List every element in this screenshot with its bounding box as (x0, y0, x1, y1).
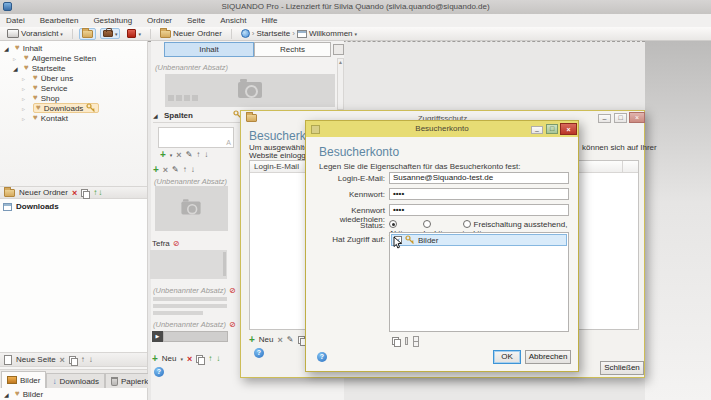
style-tool-button[interactable]: ▾ (124, 27, 144, 40)
block-scrollbar[interactable] (223, 252, 226, 276)
select-column-icon[interactable] (405, 337, 408, 345)
chevron-down-icon[interactable]: ▾ (170, 152, 173, 158)
delete-icon[interactable]: × (176, 151, 181, 159)
play-icon[interactable]: ▶ (152, 331, 163, 342)
add-icon[interactable]: + (152, 355, 158, 363)
folder-list-item[interactable]: Downloads (3, 202, 147, 211)
tree-item-ueber-uns[interactable]: ▹ ♥ Über uns (0, 73, 147, 83)
delete-icon[interactable]: × (163, 166, 168, 174)
paragraph-block-label[interactable]: (Unbenannter Absatz) ⊘ (153, 286, 236, 295)
tree-item-inhalt[interactable]: ◢ ♥ Inhalt (0, 43, 147, 53)
new-page-label[interactable]: Neue Seite (16, 355, 56, 364)
move-page-down-icon[interactable]: ↓ (89, 356, 93, 364)
add-icon[interactable]: + (160, 151, 166, 159)
expander-icon[interactable]: ◢ (13, 65, 21, 72)
move-down-icon[interactable]: ↓ (216, 355, 220, 363)
image-placeholder-block[interactable] (165, 74, 335, 107)
new-page-icon[interactable] (4, 355, 12, 365)
close-dialog-button[interactable]: Schließen (600, 361, 644, 375)
move-down-icon[interactable]: ↓ (98, 189, 102, 197)
tree-item-kontakt[interactable]: ▹ ♥ Kontakt (0, 113, 147, 123)
folder-tool-button[interactable] (79, 28, 96, 40)
menu-ordner[interactable]: Ordner (147, 16, 172, 25)
help-icon[interactable]: ? (154, 367, 164, 377)
delete-page-icon[interactable]: × (60, 356, 65, 364)
menu-ansicht[interactable]: Ansicht (220, 16, 246, 25)
table-header-login[interactable]: Login-E-Mail (254, 162, 299, 171)
expander-icon[interactable]: ◢ (4, 45, 12, 52)
editor-scrollbar[interactable]: ▲ (337, 58, 344, 110)
tab-bilder[interactable]: Bilder (1, 371, 46, 388)
move-page-up-icon[interactable]: ↑ (81, 356, 85, 364)
edit-icon[interactable]: ✎ (172, 166, 179, 174)
access-list-item-bilder[interactable]: ✓ Bilder (391, 234, 567, 246)
tree-item-shop[interactable]: ▹ ♥ Shop (0, 93, 147, 103)
close-button[interactable]: × (560, 123, 577, 135)
media-player-block[interactable]: ▶ (152, 331, 228, 342)
move-up-icon[interactable]: ↑ (196, 151, 200, 159)
add-account-icon[interactable]: + (249, 336, 255, 344)
scroll-up-icon[interactable]: ▲ (338, 59, 343, 65)
project-tool-button[interactable]: ▾ (100, 28, 121, 39)
breadcrumb-page[interactable]: Willkommen (309, 29, 353, 38)
tree-item-service[interactable]: ▹ ♥ Service (0, 83, 147, 93)
close-button[interactable]: × (629, 112, 645, 123)
access-list[interactable]: ✓ Bilder (389, 232, 569, 332)
preview-button[interactable]: Voransicht ▾ (4, 27, 66, 40)
ok-button[interactable]: OK (493, 350, 521, 364)
add-icon[interactable]: + (153, 166, 159, 174)
tree-item-downloads[interactable]: ▹ ♥ Downloads (0, 103, 147, 113)
new-block-label[interactable]: Neu (162, 354, 177, 363)
expander-icon[interactable]: ▹ (22, 105, 30, 112)
move-up-icon[interactable]: ↑ (93, 189, 97, 197)
delete-account-icon[interactable]: × (278, 336, 283, 344)
expander-icon[interactable]: ▹ (22, 115, 30, 122)
tefra-block-label[interactable]: Tefra ⊘ (152, 239, 180, 248)
expander-icon[interactable]: ◢ (153, 112, 161, 119)
chevron-down-icon[interactable]: ▾ (181, 356, 184, 362)
breadcrumb-home[interactable]: Startseite (257, 29, 291, 38)
tab-downloads[interactable]: ↓ Downloads (46, 373, 105, 388)
edit-account-icon[interactable]: ✎ (287, 336, 294, 344)
content-block[interactable] (150, 250, 227, 279)
cancel-button[interactable]: Abbrechen (525, 350, 571, 364)
duplicate-page-icon[interactable] (69, 356, 77, 364)
tab-inhalt[interactable]: Inhalt (164, 42, 254, 57)
menu-seite[interactable]: Seite (187, 16, 205, 25)
expander-icon[interactable]: ▹ (22, 95, 30, 102)
duplicate-icon[interactable] (196, 355, 204, 363)
delete-folder-icon[interactable]: × (72, 189, 77, 197)
minimize-button[interactable]: – (598, 114, 611, 123)
text-block[interactable]: A (158, 127, 234, 148)
login-email-field[interactable]: Susanne@Siquando-test.de (389, 172, 569, 184)
expander-icon[interactable]: ▹ (22, 75, 30, 82)
minimize-button[interactable]: – (531, 126, 543, 134)
maximize-button[interactable]: □ (546, 124, 558, 134)
expander-icon[interactable]: ▹ (22, 85, 30, 92)
add-account-label[interactable]: Neu (259, 335, 274, 344)
move-down-icon[interactable]: ↓ (204, 151, 208, 159)
maximize-button[interactable]: □ (614, 113, 627, 123)
expander-icon[interactable]: ▹ (13, 55, 21, 62)
image-placeholder-block[interactable] (155, 186, 228, 231)
column-divider[interactable] (622, 161, 623, 173)
password-field[interactable]: •••• (389, 188, 569, 200)
menu-datei[interactable]: Datei (6, 16, 25, 25)
menu-gestaltung[interactable]: Gestaltung (93, 16, 132, 25)
paragraph-block-label[interactable]: (Unbenannter Absatz) ⊘ (153, 320, 236, 329)
help-icon[interactable]: ? (317, 352, 327, 362)
password-repeat-field[interactable]: •••• (389, 204, 569, 216)
help-icon[interactable]: ? (254, 348, 264, 358)
tab-rechts[interactable]: Rechts (254, 42, 331, 57)
new-folder-button[interactable]: Neuer Ordner (157, 27, 225, 40)
new-folder-icon[interactable] (4, 189, 15, 197)
edit-icon[interactable]: ✎ (186, 151, 193, 159)
menu-hilfe[interactable]: Hilfe (261, 16, 277, 25)
layout-panel-icon[interactable] (333, 44, 344, 55)
move-up-icon[interactable]: ↑ (183, 166, 187, 174)
select-all-icon[interactable] (413, 336, 417, 345)
menu-bearbeiten[interactable]: Bearbeiten (40, 16, 79, 25)
tree-item-startseite[interactable]: ◢ ♥ Startseite (0, 63, 147, 73)
expander-icon[interactable]: ◢ (4, 391, 12, 398)
spalten-section-header[interactable]: ◢ Spalten (153, 111, 245, 123)
